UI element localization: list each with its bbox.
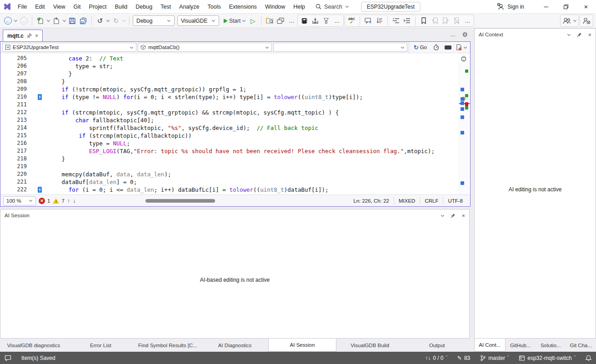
code-line-215[interactable]: 215 if (strcmp(mtopic,fallbacktopic)) — [0, 132, 470, 140]
line-number[interactable]: 206 — [0, 62, 27, 70]
ai-session-close-icon[interactable]: × — [461, 212, 465, 219]
device-programmer-button[interactable] — [321, 15, 331, 26]
code-line-217[interactable]: 217 ESP_LOGI(TAG,"Error: topic %s should… — [0, 147, 470, 155]
code-line-218[interactable]: 218 } — [0, 155, 470, 163]
clear-bookmarks-button[interactable] — [451, 15, 461, 26]
menu-item-help[interactable]: Help — [289, 0, 309, 13]
code-text[interactable]: } — [51, 155, 470, 163]
new-file-button[interactable] — [35, 15, 45, 26]
bottom-tab-ai-session[interactable]: AI Session — [268, 339, 336, 352]
code-line-208[interactable]: 208 } — [0, 78, 470, 85]
indent-mode-label[interactable]: MIXED — [394, 197, 420, 204]
bottom-tab-find-symbol-results-c[interactable]: Find Symbol Results [C... — [134, 339, 201, 352]
code-text[interactable]: case 2: // Text — [51, 55, 470, 62]
code-text[interactable]: for (i = 0; i <= data_len; i++) dataBufL… — [51, 186, 470, 194]
bottom-tab-error-list[interactable]: Error List — [67, 339, 135, 352]
ai-session-menu-chevron-icon[interactable] — [441, 213, 444, 216]
cursor-position-label[interactable]: Ln: 226, Ch: 22 — [349, 197, 394, 204]
scope-combobox[interactable] — [273, 43, 407, 52]
line-number[interactable]: 207 — [0, 70, 27, 78]
line-number[interactable]: 212 — [0, 109, 27, 116]
code-line-219[interactable]: 219 — [0, 163, 470, 170]
code-line-211[interactable]: 211 — [0, 101, 470, 109]
label-tag-button[interactable] — [443, 42, 453, 53]
line-number[interactable]: 218 — [0, 155, 27, 163]
encoding-label[interactable]: UTF-8 — [443, 197, 467, 204]
code-line-205[interactable]: 205 case 2: // Text — [0, 55, 470, 62]
menu-item-test[interactable]: Test — [156, 0, 175, 13]
code-text[interactable]: type = NULL; — [51, 140, 470, 147]
open-file-dropdown-icon[interactable] — [63, 19, 66, 22]
document-tab-mqtt-c[interactable]: mqtt.c × — [3, 30, 43, 41]
code-text[interactable] — [51, 163, 470, 170]
zoom-combobox[interactable]: 100 % — [3, 196, 36, 205]
quick-fix-bolt-icon[interactable] — [27, 186, 51, 194]
symbol-combobox[interactable]: mqttDataCb() — [138, 43, 272, 52]
code-text[interactable]: dataBuf[data_len] = 0; — [51, 178, 470, 186]
code-text[interactable]: if (type != NULL) for(i = 0; i < strlen(… — [51, 93, 470, 101]
undo-dropdown-icon[interactable] — [106, 19, 110, 22]
previous-bookmark-button[interactable] — [430, 15, 440, 26]
menu-item-git[interactable]: Git — [70, 0, 85, 13]
ai-context-menu-chevron-icon[interactable] — [567, 32, 571, 35]
menu-item-tools[interactable]: Tools — [204, 0, 225, 13]
code-line-222[interactable]: 222 for (i = 0; i <= data_len; i++) data… — [0, 186, 470, 194]
exclude-file-button[interactable] — [455, 42, 468, 53]
line-number[interactable]: 215 — [0, 132, 27, 140]
code-text[interactable]: sprintf(fallbacktopic, "%s", sysCfg.devi… — [51, 124, 470, 132]
toolbar-overflow-button[interactable]: … — [286, 15, 296, 26]
git-repository-button[interactable]: esp32-mqtt-switchˆ — [519, 355, 576, 361]
quick-fix-bolt-icon[interactable] — [27, 93, 51, 101]
line-number[interactable]: 213 — [0, 116, 27, 124]
document-outline-button[interactable] — [459, 55, 469, 63]
feedback-button[interactable] — [5, 355, 11, 361]
spellcheck-button[interactable]: ABC✓ — [346, 15, 356, 26]
warning-count-indicator[interactable]: !7 — [53, 198, 64, 204]
tab-list-overflow-button[interactable]: … — [450, 31, 456, 38]
line-number[interactable]: 220 — [0, 170, 27, 178]
navigate-back-button[interactable]: ← — [3, 15, 13, 26]
device-group-overflow-button[interactable]: … — [332, 15, 342, 26]
undo-button[interactable]: ↺ — [95, 15, 105, 26]
pin-tab-icon[interactable] — [27, 33, 32, 38]
code-line-221[interactable]: 221 dataBuf[data_len] = 0; — [0, 178, 470, 186]
code-line-207[interactable]: 207 } — [0, 70, 470, 78]
code-text[interactable] — [51, 101, 470, 109]
next-bookmark-button[interactable] — [441, 15, 451, 26]
bottom-tab-ai-diagnostics[interactable]: AI Diagnostics — [201, 339, 269, 352]
format-document-button[interactable] — [374, 15, 384, 26]
code-line-220[interactable]: 220 memcpy(dataBuf, data, data_len); — [0, 170, 470, 178]
code-line-210[interactable]: 210 if (type != NULL) for(i = 0; i < str… — [0, 93, 470, 101]
code-text[interactable]: ESP_LOGI(TAG,"Error: topic %s should hav… — [51, 147, 470, 155]
line-number[interactable]: 214 — [0, 124, 27, 132]
git-branch-button[interactable]: masterˆ — [480, 355, 509, 361]
code-line-216[interactable]: 216 type = NULL; — [0, 140, 470, 147]
line-number[interactable]: 209 — [0, 85, 27, 93]
line-number[interactable]: 216 — [0, 140, 27, 147]
line-number[interactable]: 222 — [0, 186, 27, 194]
close-tab-icon[interactable]: × — [35, 33, 38, 39]
line-number[interactable]: 221 — [0, 178, 27, 186]
live-share-button[interactable] — [562, 15, 572, 26]
code-text[interactable]: char fallbacktopic[40]; — [51, 116, 470, 124]
solution-name-pill[interactable]: ESP32UpgradeTest — [361, 2, 421, 12]
code-text[interactable]: if (!strcmp(mtopic, sysCfg.mqtt_grptopic… — [51, 85, 470, 93]
save-all-button[interactable] — [78, 15, 88, 26]
toggle-comment-button[interactable] — [363, 15, 373, 26]
redo-button[interactable]: ↻ — [111, 15, 121, 26]
line-number[interactable]: 223 — [0, 194, 27, 194]
ai-session-pin-icon[interactable] — [451, 213, 456, 218]
code-text[interactable]: if (strcmp(mtopic, sysCfg.mqtt_grptopic)… — [51, 109, 470, 116]
bottom-tab-visualgdb-build[interactable]: VisualGDB Build — [336, 339, 404, 352]
debug-profile-combobox[interactable]: VisualGDE — [177, 15, 219, 26]
scrollbar-annotation-column[interactable] — [459, 53, 470, 194]
attach-to-process-button[interactable] — [275, 15, 285, 26]
code-line-209[interactable]: 209 if (!strcmp(mtopic, sysCfg.mqtt_grpt… — [0, 85, 470, 93]
menu-item-analyze[interactable]: Analyze — [175, 0, 203, 13]
notifications-button[interactable] — [586, 355, 591, 361]
save-button[interactable] — [67, 15, 77, 26]
menu-item-file[interactable]: File — [14, 0, 31, 13]
menu-item-build[interactable]: Build — [110, 0, 131, 13]
close-button[interactable]: × — [576, 0, 596, 13]
previous-issue-button[interactable]: ↑ — [67, 197, 70, 204]
